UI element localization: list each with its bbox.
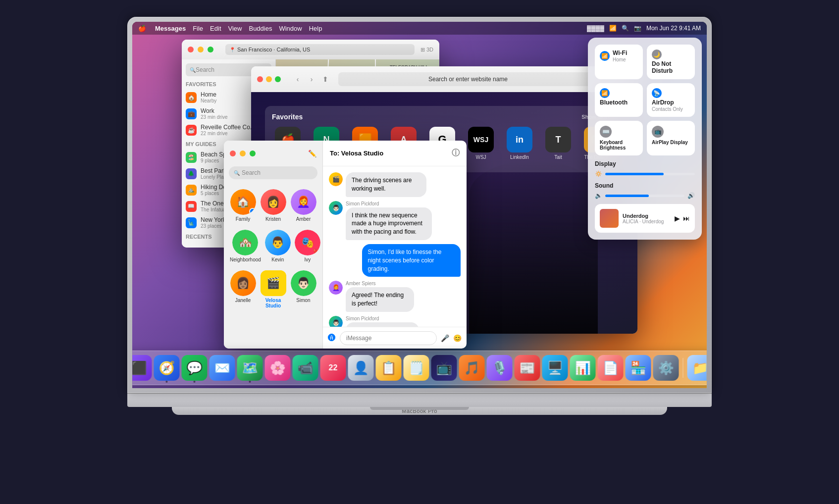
msg2-avatar: 👨🏻 — [329, 201, 343, 215]
contact-neighborhood[interactable]: 🏘️ Neighborhood — [230, 230, 261, 262]
safari-back[interactable]: ‹ — [292, 73, 304, 85]
safari-maximize[interactable] — [275, 76, 281, 82]
screens-dock-icon: 🖥️ — [547, 360, 563, 376]
search-menu-icon[interactable]: 🔍 — [622, 25, 629, 32]
mail-dock-icon: ✉️ — [214, 360, 230, 376]
dock-maps[interactable]: 🗺️ — [237, 355, 263, 381]
contact-ivy[interactable]: 🎭 ❤️ Ivy — [295, 230, 320, 262]
dock-photos[interactable]: 🌸 — [265, 355, 291, 381]
cc-playback-controls: ▶ ⏭ — [675, 214, 690, 222]
contact-amber-name: Amber — [296, 216, 311, 222]
cc-display-slider[interactable] — [605, 173, 695, 175]
dock-music[interactable]: 🎵 — [459, 355, 485, 381]
dock-contacts[interactable]: 👤 — [348, 355, 374, 381]
bluetooth-cc-icon: 📶 — [600, 88, 610, 98]
contact-family[interactable]: 🏠 Family — [230, 189, 256, 222]
menu-view[interactable]: View — [228, 25, 242, 32]
contact-kristen[interactable]: 👩 Kristen — [260, 189, 286, 222]
guide-parks-icon: 🌲 — [186, 168, 197, 179]
maps-dock-icon: 🗺️ — [242, 360, 258, 376]
skip-button[interactable]: ⏭ — [683, 214, 690, 222]
dock-pages[interactable]: 📄 — [598, 355, 624, 381]
info-button[interactable]: ⓘ — [452, 148, 460, 158]
dock-mail[interactable]: ✉️ — [210, 355, 235, 381]
dock-notes[interactable]: 🗒️ — [404, 355, 429, 381]
maps-address-bar[interactable]: 📍 San Francisco · California, US — [225, 44, 415, 55]
wifi-icon[interactable]: 📶 — [609, 25, 617, 32]
cc-sound-slider[interactable] — [605, 195, 684, 197]
play-button[interactable]: ▶ — [675, 214, 680, 222]
chat-messages: 🎬 The driving scenes are working well. 👨… — [323, 166, 467, 327]
messages-window[interactable]: ✏️ 🔍 Search 🏠 — [224, 141, 467, 349]
menu-help[interactable]: Help — [309, 25, 322, 32]
dock-facetime[interactable]: 📹 — [293, 355, 318, 381]
msg5-avatar-img: 👨🏻 — [329, 316, 343, 327]
cc-airdrop-tile[interactable]: 📡 AirDrop Contacts Only — [647, 83, 695, 117]
contact-kevin[interactable]: 👨 Kevin — [265, 230, 291, 262]
emoji-icon[interactable]: 😊 — [453, 334, 462, 342]
apple-menu[interactable]: 🍎 — [138, 25, 146, 32]
dock-reminders[interactable]: 📋 — [376, 355, 402, 381]
close-button[interactable] — [188, 47, 194, 52]
maximize-button[interactable] — [208, 47, 213, 52]
macbook-base: MacBook Pro — [172, 407, 667, 415]
control-center: 📶 Wi-Fi Home 🌙 — [588, 38, 702, 240]
dock-launchpad[interactable]: ⬛ — [132, 355, 152, 381]
dock-sysprefs[interactable]: ⚙️ — [653, 355, 679, 381]
audio-icon[interactable]: 🎤 — [441, 334, 449, 342]
safari-minimize[interactable] — [266, 76, 272, 82]
menu-app-name[interactable]: Messages — [155, 25, 186, 32]
contact-amber[interactable]: 👩‍🦰 Amber — [290, 189, 316, 222]
safari-titlebar: ‹ › ⬆ Search or enter website name ⊞ + — [251, 66, 637, 92]
cc-dnd-tile[interactable]: 🌙 Do Not Disturb — [647, 45, 695, 79]
cc-airplay-tile[interactable]: 📺 AirPlay Display — [647, 121, 695, 155]
fav-linkedin[interactable]: in LinkedIn — [504, 127, 535, 165]
contact-kevin-name: Kevin — [271, 257, 284, 262]
contact-janelle[interactable]: 👩🏽 Janelle — [230, 270, 256, 308]
messages-minimize[interactable] — [240, 151, 246, 156]
msg4-sender: Amber Spiers — [346, 281, 437, 286]
dock-screens[interactable]: 🖥️ — [542, 355, 568, 381]
dock-news[interactable]: 📰 — [515, 355, 540, 381]
screen: 🍎 Messages File Edit View Buddies Window… — [132, 22, 707, 388]
cc-wifi-header: 📶 Wi-Fi Home — [600, 50, 638, 62]
safari-forward[interactable]: › — [306, 73, 317, 85]
contact-velosa[interactable]: 🎬 Velosa Studio — [260, 270, 286, 308]
imessage-input[interactable] — [340, 331, 437, 345]
messages-search-bar[interactable]: 🔍 Search — [229, 166, 317, 179]
fav-tait[interactable]: T Tait — [542, 127, 574, 165]
dock-podcasts[interactable]: 🎙️ — [487, 355, 513, 381]
maps-fav-coffee-sub: 22 min drive — [201, 131, 252, 136]
macbook-bottom-bar — [127, 393, 712, 407]
apps-button[interactable]: 🅐 — [328, 334, 336, 343]
menu-file[interactable]: File — [193, 25, 203, 32]
safari-share[interactable]: ⬆ — [319, 73, 331, 85]
contact-ivy-name: Ivy — [304, 257, 311, 262]
contacts-row-1: 🏠 Family 👩 Kristen — [228, 187, 318, 224]
maps-fav-home-name: Home — [201, 91, 216, 98]
dock-tv[interactable]: 📺 — [431, 355, 457, 381]
safari-url-bar[interactable]: Search or enter website name — [338, 72, 598, 86]
messages-maximize[interactable] — [250, 151, 256, 156]
chat-to-label: To: Velosa Studio — [330, 150, 383, 157]
dock-calendar[interactable]: 22 — [320, 355, 346, 381]
cc-bluetooth-tile[interactable]: 📶 Bluetooth — [595, 83, 643, 117]
menu-buddies[interactable]: Buddies — [249, 25, 272, 32]
contact-simon[interactable]: 👨🏻 Simon — [290, 270, 316, 308]
dock-stack[interactable]: 📁 — [687, 355, 707, 381]
messages-close[interactable] — [230, 151, 236, 156]
compose-button[interactable]: ✏️ — [308, 150, 316, 157]
dock-messages[interactable]: 💬 — [182, 355, 208, 381]
guide-beach-icon: 🏖️ — [186, 152, 197, 163]
safari-close[interactable] — [257, 76, 263, 82]
menu-edit[interactable]: Edit — [210, 25, 221, 32]
camera-menu-icon[interactable]: 📷 — [634, 25, 641, 32]
dock-safari[interactable]: 🧭 — [154, 355, 180, 381]
dock-appstore[interactable]: 🏪 — [626, 355, 651, 381]
minimize-button[interactable] — [198, 47, 204, 52]
dock-numbers[interactable]: 📊 — [570, 355, 596, 381]
menu-window[interactable]: Window — [279, 25, 302, 32]
fav-wsj[interactable]: WSJ WSJ — [465, 127, 497, 165]
cc-keyboard-tile[interactable]: ⌨️ Keyboard Brightness — [595, 121, 643, 155]
cc-wifi-tile[interactable]: 📶 Wi-Fi Home — [595, 45, 643, 79]
